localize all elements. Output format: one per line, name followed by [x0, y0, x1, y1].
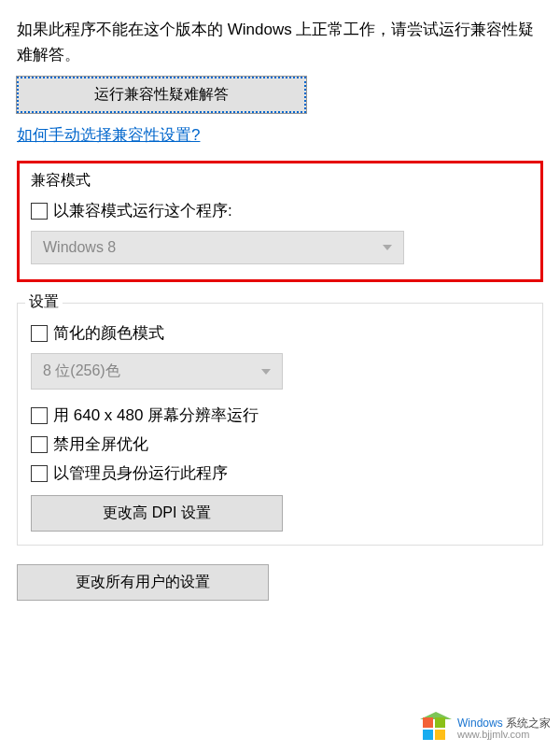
reduced-color-label: 简化的颜色模式 [53, 322, 164, 344]
compat-mode-checkbox-row: 以兼容模式运行这个程序: [31, 200, 529, 221]
change-all-users-button[interactable]: 更改所有用户的设置 [17, 564, 269, 601]
low-res-label: 用 640 x 480 屏幕分辨率运行 [53, 404, 259, 426]
watermark: Windows 系统之家 www.bjjmlv.com [420, 715, 551, 743]
run-as-admin-label: 以管理员身份运行此程序 [53, 462, 228, 484]
chevron-down-icon [261, 369, 271, 375]
low-res-row: 用 640 x 480 屏幕分辨率运行 [31, 404, 529, 426]
reduced-color-row: 简化的颜色模式 [31, 322, 529, 344]
color-mode-dropdown[interactable]: 8 位(256)色 [31, 353, 283, 390]
settings-title: 设置 [25, 292, 63, 312]
intro-text: 如果此程序不能在这个版本的 Windows 上正常工作，请尝试运行兼容性疑难解答… [17, 17, 543, 67]
compat-mode-checkbox-label: 以兼容模式运行这个程序: [53, 200, 232, 221]
run-as-admin-row: 以管理员身份运行此程序 [31, 462, 529, 484]
disable-fullscreen-label: 禁用全屏优化 [53, 433, 148, 455]
manual-settings-link[interactable]: 如何手动选择兼容性设置? [17, 124, 200, 146]
settings-group: 设置 简化的颜色模式 8 位(256)色 用 640 x 480 屏幕分辨率运行… [17, 303, 543, 546]
watermark-text: Windows 系统之家 www.bjjmlv.com [457, 717, 551, 740]
watermark-logo-icon [420, 715, 452, 743]
low-res-checkbox[interactable] [31, 407, 48, 424]
disable-fullscreen-checkbox[interactable] [31, 436, 48, 453]
run-as-admin-checkbox[interactable] [31, 465, 48, 482]
compat-mode-title: 兼容模式 [31, 171, 529, 191]
run-troubleshooter-button[interactable]: 运行兼容性疑难解答 [17, 77, 306, 113]
compat-mode-checkbox[interactable] [31, 203, 48, 220]
change-dpi-button[interactable]: 更改高 DPI 设置 [31, 495, 283, 532]
chevron-down-icon [383, 245, 392, 250]
color-mode-dropdown-value: 8 位(256)色 [43, 362, 120, 381]
compatibility-mode-group: 兼容模式 以兼容模式运行这个程序: Windows 8 [17, 161, 543, 282]
disable-fullscreen-row: 禁用全屏优化 [31, 433, 529, 455]
compat-mode-dropdown-value: Windows 8 [43, 239, 116, 256]
compat-mode-dropdown[interactable]: Windows 8 [31, 231, 404, 264]
reduced-color-checkbox[interactable] [31, 325, 48, 342]
